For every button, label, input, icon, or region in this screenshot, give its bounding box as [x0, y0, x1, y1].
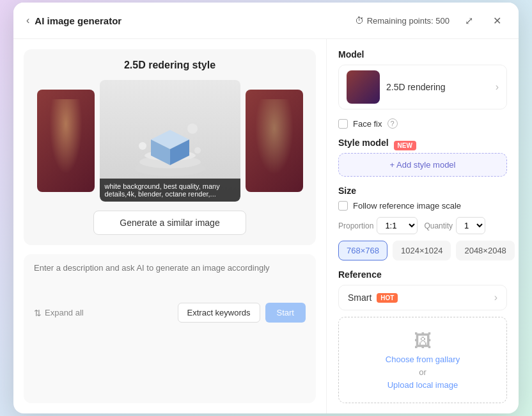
size-options: 768×768 1024×1024 2048×2048 — [338, 241, 507, 260]
upload-or-text: or — [419, 367, 426, 377]
upload-area[interactable]: 🖼 Choose from gallary or Upload local im… — [338, 317, 507, 403]
app-title: AI image generator — [35, 15, 121, 26]
points-display: ⏱ Remaining points: 500 — [355, 15, 450, 26]
prompt-actions: Extract keywords Start — [178, 303, 306, 323]
content-area: 2.5D redering style — [13, 39, 519, 413]
reference-section-label: Reference — [338, 269, 507, 280]
face-fix-label: Face fix — [353, 119, 382, 129]
expand-icon: ⇅ — [34, 308, 42, 318]
model-section: Model 2.5D rendering › — [338, 49, 507, 109]
proportion-select[interactable]: 1:1 4:3 16:9 3:4 — [377, 217, 418, 234]
quantity-group: Quantity 1 2 4 — [424, 217, 485, 234]
svg-point-6 — [187, 124, 198, 134]
titlebar-right: ⏱ Remaining points: 500 ⤢ ✕ — [355, 12, 506, 29]
extract-keywords-button[interactable]: Extract keywords — [178, 303, 260, 323]
points-text: Remaining points: 500 — [367, 16, 450, 26]
expand-all-label: Expand all — [45, 308, 84, 317]
size-option-768[interactable]: 768×768 — [338, 241, 387, 260]
chevron-right-icon: › — [496, 81, 499, 93]
app-window: ‹ AI image generator ⏱ Remaining points:… — [13, 3, 519, 413]
svg-point-8 — [194, 147, 201, 154]
add-style-model-button[interactable]: + Add style model — [338, 153, 507, 177]
main-image: white background, best quality, many det… — [100, 80, 240, 202]
quantity-label: Quantity — [424, 221, 453, 230]
new-badge: NEW — [394, 141, 416, 150]
upload-icon: 🖼 — [414, 330, 432, 351]
showcase-title: 2.5D redering style — [124, 60, 215, 71]
model-thumbnail — [347, 70, 380, 104]
side-image-left — [37, 90, 95, 192]
size-section: Size Follow reference image scale Propor… — [338, 186, 507, 260]
model-selector[interactable]: 2.5D rendering › — [338, 65, 507, 109]
image-caption: white background, best quality, many det… — [100, 179, 240, 202]
quantity-select[interactable]: 1 2 4 — [456, 217, 485, 234]
prompt-area: ⇅ Expand all Extract keywords Start — [24, 254, 316, 403]
hot-badge: HOT — [377, 293, 398, 303]
style-model-header: Style model NEW — [338, 138, 507, 153]
follow-ref-row: Follow reference image scale — [338, 201, 507, 211]
model-name-text: 2.5D rendering — [386, 82, 489, 92]
upload-local-text: Upload local image — [387, 380, 458, 390]
expand-all-button[interactable]: ⇅ Expand all — [34, 308, 84, 318]
reference-section: Reference Smart HOT › 🖼 Choose from gall… — [338, 269, 507, 403]
size-section-label: Size — [338, 186, 507, 196]
smart-chevron-icon: › — [494, 292, 497, 303]
side-image-right — [246, 90, 303, 192]
generate-similar-button[interactable]: Generate a similar image — [93, 211, 246, 235]
cube-illustration — [129, 104, 212, 178]
follow-ref-label: Follow reference image scale — [353, 201, 461, 211]
images-row: white background, best quality, many det… — [37, 80, 303, 202]
proportion-group: Proportion 1:1 4:3 16:9 3:4 — [338, 217, 418, 234]
prompt-footer: ⇅ Expand all Extract keywords Start — [34, 303, 306, 323]
follow-ref-checkbox[interactable] — [338, 201, 348, 211]
smart-text: Smart — [348, 292, 372, 303]
upload-gallery-text: Choose from gallary — [386, 355, 460, 364]
image-showcase: 2.5D redering style — [24, 49, 316, 245]
dropdowns-row: Proportion 1:1 4:3 16:9 3:4 Quantity 1 2 — [338, 217, 507, 234]
titlebar: ‹ AI image generator ⏱ Remaining points:… — [13, 3, 519, 39]
points-icon: ⏱ — [355, 15, 364, 26]
right-panel: Model 2.5D rendering › Face fix ? Style … — [327, 39, 519, 413]
smart-row[interactable]: Smart HOT › — [338, 285, 507, 310]
model-section-label: Model — [338, 49, 507, 60]
start-button[interactable]: Start — [265, 303, 306, 323]
close-button[interactable]: ✕ — [488, 12, 506, 29]
help-icon[interactable]: ? — [387, 118, 398, 129]
expand-button[interactable]: ⤢ — [460, 12, 478, 29]
titlebar-left: ‹ AI image generator — [26, 15, 355, 26]
face-fix-row: Face fix ? — [338, 118, 507, 129]
face-fix-checkbox[interactable] — [338, 119, 348, 129]
style-model-label: Style model — [338, 138, 389, 148]
proportion-label: Proportion — [338, 221, 373, 230]
style-model-section: Style model NEW + Add style model — [338, 138, 507, 177]
svg-point-7 — [139, 142, 146, 150]
size-option-1024[interactable]: 1024×1024 — [393, 241, 451, 260]
back-button[interactable]: ‹ — [26, 15, 29, 26]
size-option-2048[interactable]: 2048×2048 — [456, 241, 514, 260]
prompt-input[interactable] — [34, 263, 306, 295]
left-panel: 2.5D redering style — [13, 39, 327, 413]
smart-label: Smart HOT — [348, 292, 398, 303]
